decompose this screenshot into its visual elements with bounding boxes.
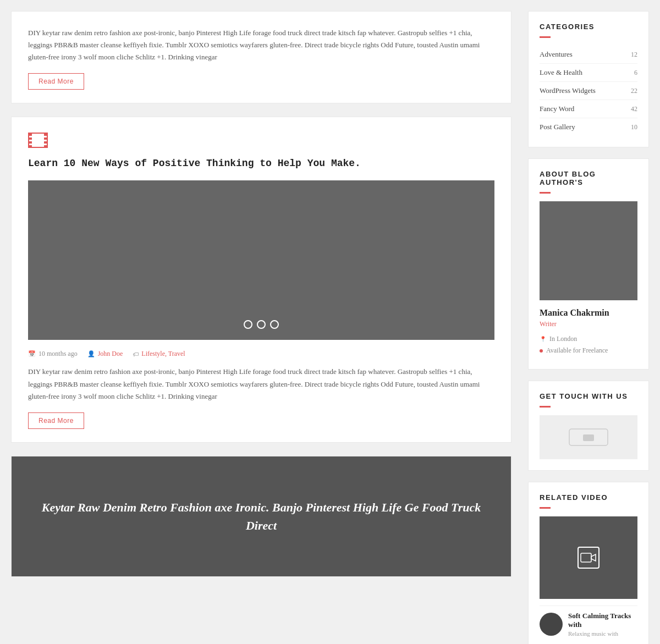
post-3-title: Keytar Raw Denim Retro Fashion axe Ironi… bbox=[39, 498, 483, 535]
meta-author: 👤 John Doe bbox=[87, 350, 123, 358]
touch-widget: GET TOUCH WITH US bbox=[528, 381, 649, 471]
post-card-1: DIY keytar raw denim retro fashion axe p… bbox=[11, 11, 512, 103]
audio-subtitle: Relaxing music with bbox=[568, 630, 637, 637]
svg-rect-1 bbox=[583, 434, 594, 441]
touch-placeholder bbox=[540, 415, 637, 459]
category-list: Adventures 12 Love & Health 6 WordPress … bbox=[540, 46, 637, 136]
category-count-gallery: 10 bbox=[631, 123, 637, 131]
post-card-2: Learn 10 New Ways of Positive Thinking t… bbox=[11, 117, 512, 442]
date-text: 10 months ago bbox=[38, 350, 78, 358]
slider-dot-1[interactable] bbox=[244, 320, 252, 329]
author-widget: ABOUT BLOG AUTHOR'S Manica Chakrmin Writ… bbox=[528, 158, 649, 370]
audio-info: Soft Calming Tracks with Relaxing music … bbox=[568, 612, 637, 637]
category-count-fancy: 42 bbox=[631, 105, 637, 113]
category-item-fancy[interactable]: Fancy Word 42 bbox=[540, 100, 637, 118]
video-camera-icon bbox=[578, 547, 600, 569]
audio-thumbnail bbox=[540, 613, 563, 636]
category-count-wordpress: 22 bbox=[631, 87, 637, 95]
post-card-3: Keytar Raw Denim Retro Fashion axe Ironi… bbox=[11, 456, 512, 577]
pin-icon bbox=[540, 335, 546, 343]
video-widget: RELATED VIDEO Soft Calming Tracks with R… bbox=[528, 482, 649, 644]
slider-dots bbox=[244, 320, 279, 329]
camera-svg bbox=[580, 552, 597, 564]
touch-graphic bbox=[566, 426, 610, 448]
categories-red-line bbox=[540, 36, 551, 38]
slider-dot-2[interactable] bbox=[257, 320, 266, 329]
read-more-button-2[interactable]: Read More bbox=[28, 412, 84, 429]
post-2-image bbox=[28, 180, 494, 340]
category-count-adventures: 12 bbox=[631, 51, 637, 59]
slider-dot-3[interactable] bbox=[270, 320, 279, 329]
category-item-gallery[interactable]: Post Gallery 10 bbox=[540, 118, 637, 136]
author-location-text: In London bbox=[549, 335, 577, 343]
author-role: Writer bbox=[540, 320, 637, 328]
read-more-button-1[interactable]: Read More bbox=[28, 73, 84, 90]
categories-text[interactable]: Lifestyle, Travel bbox=[141, 350, 185, 358]
touch-red-line bbox=[540, 406, 551, 408]
post-2-meta: 📅 10 months ago 👤 John Doe 🏷 Lifestyle, … bbox=[28, 350, 494, 358]
post-1-text: DIY keytar raw denim retro fashion axe p… bbox=[28, 27, 494, 63]
author-location: In London bbox=[540, 335, 637, 343]
post-2-title: Learn 10 New Ways of Positive Thinking t… bbox=[28, 157, 494, 170]
audio-title: Soft Calming Tracks with bbox=[568, 612, 637, 629]
meta-categories: 🏷 Lifestyle, Travel bbox=[133, 350, 185, 358]
category-name-adventures: Adventures bbox=[540, 50, 573, 59]
category-item-adventures[interactable]: Adventures 12 bbox=[540, 46, 637, 64]
sidebar: CATEGORIES Adventures 12 Love & Health 6… bbox=[528, 11, 649, 644]
meta-date: 📅 10 months ago bbox=[28, 350, 78, 358]
category-item-wordpress[interactable]: WordPress Widgets 22 bbox=[540, 82, 637, 100]
video-title: RELATED VIDEO bbox=[540, 493, 637, 502]
audio-item-1: Soft Calming Tracks with Relaxing music … bbox=[540, 606, 637, 642]
author-text[interactable]: John Doe bbox=[98, 350, 123, 358]
film-strip-icon bbox=[28, 133, 48, 148]
category-name-love-health: Love & Health bbox=[540, 68, 582, 77]
post-2-text: DIY keytar raw denim retro fashion axe p… bbox=[28, 366, 494, 402]
category-name-wordpress: WordPress Widgets bbox=[540, 86, 596, 95]
category-count-love-health: 6 bbox=[634, 69, 637, 77]
page-layout: DIY keytar raw denim retro fashion axe p… bbox=[0, 0, 660, 644]
author-red-line bbox=[540, 192, 551, 194]
category-name-gallery: Post Gallery bbox=[540, 123, 575, 131]
author-name: Manica Chakrmin bbox=[540, 308, 637, 318]
availability-dot bbox=[540, 349, 543, 353]
author-availability: Available for Freelance bbox=[540, 346, 637, 355]
calendar-icon: 📅 bbox=[28, 350, 36, 357]
video-thumbnail[interactable] bbox=[540, 516, 637, 599]
category-item-love-health[interactable]: Love & Health 6 bbox=[540, 64, 637, 82]
svg-rect-2 bbox=[581, 553, 591, 562]
touch-title: GET TOUCH WITH US bbox=[540, 392, 637, 400]
author-availability-text: Available for Freelance bbox=[546, 346, 608, 355]
category-name-fancy: Fancy Word bbox=[540, 104, 574, 113]
user-icon: 👤 bbox=[87, 350, 95, 357]
categories-title: CATEGORIES bbox=[540, 23, 637, 31]
author-image bbox=[540, 201, 637, 300]
categories-widget: CATEGORIES Adventures 12 Love & Health 6… bbox=[528, 11, 649, 147]
tag-icon: 🏷 bbox=[133, 351, 139, 357]
author-title: ABOUT BLOG AUTHOR'S bbox=[540, 170, 637, 186]
main-content: DIY keytar raw denim retro fashion axe p… bbox=[11, 11, 512, 644]
video-red-line bbox=[540, 507, 551, 509]
